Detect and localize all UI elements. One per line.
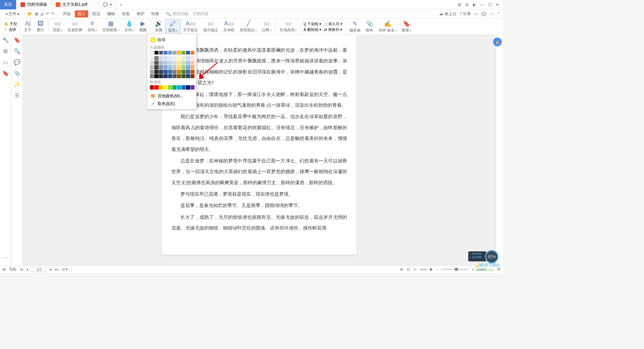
maximize-button[interactable]: ☐ bbox=[488, 2, 492, 7]
tool-文本框[interactable]: A▭文本框 bbox=[221, 19, 237, 34]
color-swatch[interactable] bbox=[191, 65, 195, 69]
color-swatch[interactable] bbox=[191, 61, 195, 65]
zoom-out[interactable]: − bbox=[436, 267, 438, 271]
tool-icon[interactable]: 🔖 bbox=[2, 70, 9, 77]
undo-button[interactable]: ↶ bbox=[46, 11, 49, 16]
color-swatch[interactable] bbox=[163, 56, 167, 60]
color-swatch[interactable] bbox=[177, 65, 181, 69]
color-swatch[interactable] bbox=[163, 61, 167, 65]
color-swatch[interactable] bbox=[191, 74, 195, 78]
color-swatch[interactable] bbox=[159, 65, 163, 69]
color-swatch[interactable] bbox=[159, 85, 163, 89]
tool-视频[interactable]: ▶视频 bbox=[137, 19, 149, 34]
color-swatch[interactable] bbox=[154, 85, 158, 89]
color-swatch[interactable] bbox=[172, 61, 176, 65]
fit-options[interactable]: ⊡ ▾ bbox=[62, 267, 68, 271]
hand-tool[interactable]: ✋ 手型 bbox=[3, 21, 18, 27]
color-swatch[interactable] bbox=[159, 56, 163, 60]
open-button[interactable]: 📂 bbox=[28, 11, 33, 16]
tool-音频[interactable]: 🔊音频 bbox=[152, 19, 165, 34]
color-swatch[interactable] bbox=[181, 70, 185, 74]
color-swatch[interactable] bbox=[177, 51, 181, 55]
more-button[interactable]: ⋯ bbox=[490, 12, 494, 16]
color-swatch[interactable] bbox=[168, 70, 172, 74]
right-scrollbar[interactable]: 🤖 bbox=[496, 35, 503, 265]
color-swatch[interactable] bbox=[163, 70, 167, 74]
tool-PDF 签名[interactable]: ✍PDF 签名▾ bbox=[376, 20, 399, 34]
eye-icon[interactable]: 👁 bbox=[400, 267, 404, 271]
color-swatch[interactable] bbox=[186, 85, 190, 89]
first-page[interactable]: |◂ bbox=[20, 267, 23, 271]
box-button[interactable]: ▭ bbox=[474, 12, 478, 16]
color-swatch[interactable] bbox=[168, 51, 172, 55]
color-swatch[interactable] bbox=[150, 61, 154, 65]
underline-tool[interactable]: U̲ 下划线 ▾ bbox=[302, 21, 323, 27]
color-swatch[interactable] bbox=[172, 74, 176, 78]
color-swatch[interactable] bbox=[177, 85, 181, 89]
color-swatch[interactable] bbox=[168, 85, 172, 89]
highlight-panel-icon[interactable]: ✨ bbox=[14, 81, 20, 88]
search-panel-icon[interactable]: 🔍 bbox=[14, 48, 20, 54]
new-tab-button[interactable]: + bbox=[116, 2, 125, 7]
tool-文字批注[interactable]: A▭文字批注 bbox=[180, 19, 201, 34]
color-swatch[interactable] bbox=[163, 65, 167, 69]
save-button[interactable]: 🖶 bbox=[34, 11, 39, 16]
color-swatch[interactable] bbox=[163, 85, 167, 89]
menu-insert[interactable]: 插入 bbox=[75, 10, 88, 17]
sidebar-toggle[interactable]: ⊞ bbox=[3, 267, 6, 271]
zoom-slider[interactable] bbox=[441, 269, 468, 270]
insert-mark-tool[interactable]: ⬚ 插入符 ▾ bbox=[323, 21, 344, 27]
tool-图片[interactable]: 🖼图片 bbox=[34, 19, 47, 34]
color-swatch[interactable] bbox=[159, 74, 163, 78]
layers-icon[interactable]: ☰ bbox=[15, 92, 19, 99]
avatar-icon[interactable]: ◐ bbox=[473, 2, 476, 7]
color-swatch[interactable] bbox=[168, 61, 172, 65]
color-swatch[interactable] bbox=[181, 65, 185, 69]
attachment-icon[interactable]: 📎 bbox=[14, 70, 20, 77]
replace-mark-tool[interactable]: ⇄ 替换符 ▾ bbox=[323, 27, 344, 33]
last-page[interactable]: ▸| bbox=[55, 267, 58, 271]
play-icon[interactable]: ▶ bbox=[430, 267, 433, 271]
menu-convert[interactable]: 转换 bbox=[149, 10, 162, 17]
print-button[interactable]: 🖨 bbox=[40, 11, 44, 16]
color-swatch[interactable] bbox=[181, 61, 185, 65]
tool-icon[interactable]: ▭ bbox=[3, 59, 8, 65]
color-swatch[interactable] bbox=[177, 61, 181, 65]
more-colors-option[interactable]: 🎨其他颜色(M)... bbox=[150, 92, 194, 100]
color-swatch[interactable] bbox=[181, 85, 185, 89]
color-swatch[interactable] bbox=[181, 74, 185, 78]
color-swatch[interactable] bbox=[159, 61, 163, 65]
tool-文档背景[interactable]: ▦文档背景▾ bbox=[100, 19, 122, 34]
tab-home[interactable]: 首页 bbox=[0, 0, 16, 9]
tool-指示批注[interactable]: ▭指示批注 bbox=[201, 19, 221, 34]
cloud-status[interactable]: ☁ 未上云 bbox=[439, 11, 456, 17]
page-indicator[interactable]: 1/2 bbox=[32, 267, 47, 272]
color-swatch[interactable] bbox=[191, 70, 195, 74]
color-swatch[interactable] bbox=[154, 65, 158, 69]
collapse-button[interactable]: ⌃ bbox=[497, 12, 500, 16]
double-page-icon[interactable]: ▭▭ bbox=[420, 267, 427, 271]
color-swatch[interactable] bbox=[172, 56, 176, 60]
tool-区域高亮[interactable]: ▭区域高亮▾ bbox=[277, 19, 299, 34]
strikethrough-tool[interactable]: A̶ 删除线 ▾ bbox=[302, 27, 323, 33]
color-swatch[interactable] bbox=[186, 56, 190, 60]
color-swatch[interactable] bbox=[159, 51, 163, 55]
color-swatch[interactable] bbox=[154, 70, 158, 74]
color-swatch[interactable] bbox=[154, 61, 158, 65]
more-icon[interactable]: ⋯ bbox=[3, 254, 8, 261]
bookmark-icon[interactable]: 🔖 bbox=[14, 37, 20, 43]
color-swatch[interactable] bbox=[191, 56, 195, 60]
color-swatch[interactable] bbox=[168, 65, 172, 69]
color-swatch[interactable] bbox=[186, 51, 190, 55]
assistant-button[interactable]: 🤖 bbox=[493, 38, 502, 46]
auto-color-option[interactable]: 自动 bbox=[150, 36, 194, 44]
single-page-icon[interactable]: ▭ bbox=[413, 267, 417, 271]
close-button[interactable]: ✕ bbox=[496, 2, 499, 7]
menu-start[interactable]: 开始 bbox=[60, 10, 73, 17]
color-swatch[interactable] bbox=[150, 85, 154, 89]
color-swatch[interactable] bbox=[177, 74, 181, 78]
minimize-button[interactable]: — bbox=[480, 2, 484, 7]
tool-附件[interactable]: 📎附件 bbox=[363, 20, 376, 34]
select-tool[interactable]: ↖ 选择 bbox=[3, 27, 18, 33]
prev-page[interactable]: ◂ bbox=[26, 267, 28, 271]
